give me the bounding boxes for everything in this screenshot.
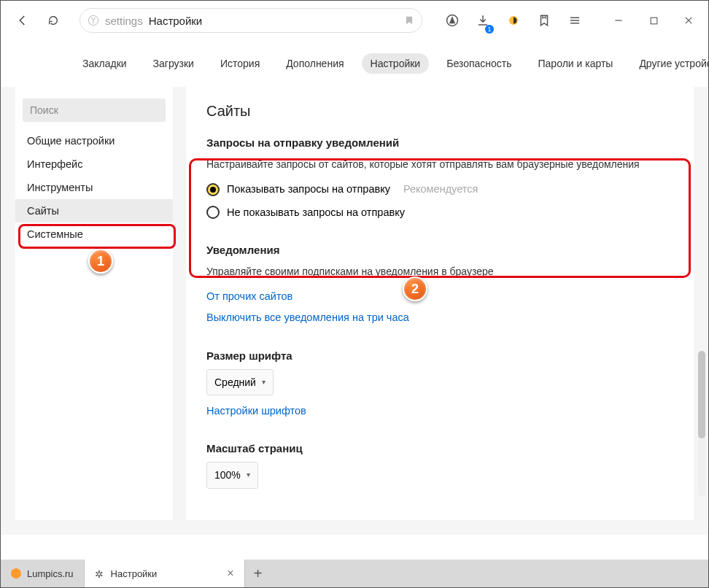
scrollbar-thumb[interactable] [698, 351, 705, 438]
tab-addons[interactable]: Дополнения [277, 53, 352, 74]
select-font-size[interactable]: Средний ▾ [206, 369, 274, 395]
close-tab-icon[interactable]: × [227, 567, 233, 580]
scrollbar[interactable] [698, 351, 705, 497]
collections-icon[interactable] [533, 7, 555, 34]
select-value: 100% [214, 467, 241, 483]
tab-passwords[interactable]: Пароли и карты [530, 53, 622, 74]
radio-label: Показывать запросы на отправку [227, 181, 390, 198]
reload-button[interactable] [40, 7, 66, 34]
section-notification-requests: Запросы на отправку уведомлений Настраив… [206, 134, 673, 221]
link-mute-3h[interactable]: Выключить все уведомления на три часа [206, 309, 673, 326]
yandex-y-icon [88, 15, 99, 26]
tab-security[interactable]: Безопасность [438, 53, 520, 74]
menu-icon[interactable] [564, 7, 586, 34]
section-notifications: Уведомления Управляйте своими подписками… [206, 241, 673, 327]
bookmark-icon[interactable] [404, 15, 414, 26]
annotation-marker-1: 1 [88, 249, 113, 274]
sidebar-item-general[interactable]: Общие настройки [15, 129, 173, 152]
main-area: Поиск Общие настройки Интерфейс Инструме… [1, 87, 708, 535]
tab-bookmarks[interactable]: Закладки [74, 53, 136, 74]
new-tab-button[interactable]: + [245, 560, 271, 587]
alice-icon[interactable] [441, 7, 463, 34]
toolbar-right: 1 [441, 7, 700, 34]
section-title: Запросы на отправку уведомлений [206, 134, 673, 152]
sidebar-item-interface[interactable]: Интерфейс [15, 152, 173, 176]
section-font-size: Размер шрифта Средний ▾ Настройки шрифто… [206, 347, 673, 420]
favicon-icon [11, 568, 21, 579]
link-font-settings[interactable]: Настройки шрифтов [206, 403, 673, 419]
settings-sidebar: Поиск Общие настройки Интерфейс Инструме… [15, 87, 173, 520]
section-title: Масштаб страниц [206, 440, 673, 457]
settings-content: Сайты Запросы на отправку уведомлений На… [186, 87, 694, 520]
radio-show-requests[interactable]: Показывать запросы на отправку Рекоменду… [206, 181, 673, 198]
radio-icon [206, 206, 220, 219]
section-desc: Настраивайте запросы от сайтов, которые … [206, 156, 673, 172]
browser-tab-settings[interactable]: ✲ Настройки × [85, 560, 245, 587]
select-value: Средний [214, 374, 256, 390]
tab-label: Lumpics.ru [27, 568, 74, 579]
sidebar-item-tools[interactable]: Инструменты [15, 176, 173, 199]
tab-label: Настройки [111, 568, 158, 579]
close-window-button[interactable] [678, 7, 700, 34]
maximize-button[interactable] [643, 7, 665, 34]
settings-tabs-nav: Закладки Загрузки История Дополнения Нас… [1, 40, 708, 87]
address-bar[interactable]: settings Настройки [80, 8, 422, 33]
toolbar: settings Настройки 1 [1, 1, 708, 40]
chevron-down-icon: ▾ [262, 376, 266, 388]
radio-hide-requests[interactable]: Не показывать запросы на отправку [206, 204, 673, 221]
page-title: Сайты [206, 103, 673, 120]
section-desc: Управляйте своими подписками на уведомле… [206, 263, 673, 279]
back-button[interactable] [9, 7, 36, 34]
annotation-marker-2: 2 [403, 276, 427, 301]
sidebar-search-input[interactable]: Поиск [23, 98, 166, 122]
link-other-sites[interactable]: От прочих сайтов [206, 288, 673, 305]
sidebar-item-sites[interactable]: Сайты [15, 199, 173, 223]
gear-icon: ✲ [95, 568, 105, 579]
tab-settings[interactable]: Настройки [362, 53, 430, 74]
minimize-button[interactable] [608, 7, 629, 34]
browser-tab-lumpics[interactable]: Lumpics.ru [1, 560, 85, 587]
extension-icon[interactable] [503, 7, 524, 34]
radio-icon [206, 183, 220, 196]
downloads-icon[interactable]: 1 [472, 7, 494, 34]
chevron-down-icon: ▾ [247, 469, 250, 481]
recommended-label: Рекомендуется [403, 181, 478, 198]
select-zoom[interactable]: 100% ▾ [206, 462, 258, 488]
sidebar-item-system[interactable]: Системные [15, 223, 173, 246]
tab-other-devices[interactable]: Другие устройства [630, 53, 709, 74]
section-page-zoom: Масштаб страниц 100% ▾ [206, 440, 673, 495]
radio-label: Не показывать запросы на отправку [227, 204, 405, 221]
section-title: Размер шрифта [206, 347, 673, 365]
address-title: Настройки [149, 15, 203, 27]
svg-rect-3 [651, 18, 657, 24]
address-text: settings Настройки [105, 15, 202, 27]
address-path: settings [105, 15, 143, 27]
tab-history[interactable]: История [212, 53, 268, 74]
section-title: Уведомления [206, 241, 673, 259]
tab-downloads[interactable]: Загрузки [144, 53, 203, 74]
browser-tab-bar: Lumpics.ru ✲ Настройки × + [1, 560, 708, 587]
